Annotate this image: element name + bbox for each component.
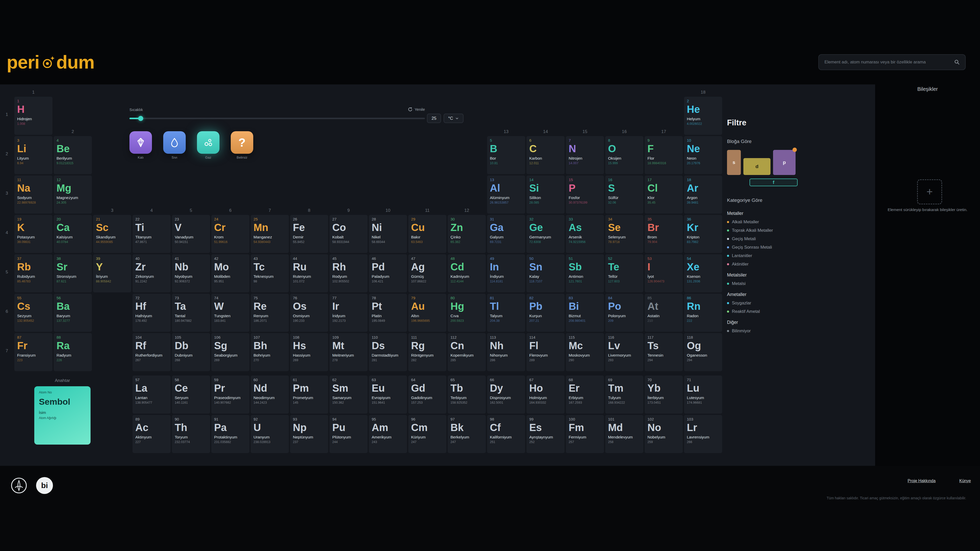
element-Sn[interactable]: 50SnKalay118.7107 (527, 254, 565, 292)
element-Bh[interactable]: 107BhBohriyum270 (251, 333, 289, 371)
element-Au[interactable]: 79AuAltın196.9665695 (408, 294, 446, 332)
element-Pu[interactable]: 94PuPlütonyum244 (329, 415, 368, 453)
element-La[interactable]: 57LaLantan138.905477 (132, 376, 170, 414)
element-Mt[interactable]: 109MtMeitneriyum278 (329, 333, 368, 371)
evrim-agaci-logo[interactable] (11, 477, 27, 494)
element-Pa[interactable]: 91PaProtaktinyum231.035882 (211, 415, 250, 453)
element-Db[interactable]: 105DbDubniyum268 (172, 333, 210, 371)
element-Re[interactable]: 75ReRenyum186.2071 (251, 294, 289, 332)
element-Hg[interactable]: 80HgCıva200.5923 (448, 294, 486, 332)
element-Cl[interactable]: 17ClKlor35.45 (644, 175, 683, 213)
element-Es[interactable]: 99EsAynştaynyum252 (527, 415, 565, 453)
element-Zr[interactable]: 40ZrZirkonyum91.2242 (132, 254, 170, 292)
element-Rh[interactable]: 45RhRodyum102.905502 (329, 254, 368, 292)
element-Mc[interactable]: 115McMoskovyum290 (566, 333, 604, 371)
element-Kr[interactable]: 36KrKripton83.7982 (684, 215, 722, 253)
category-filter[interactable]: Alkali Metaller (727, 218, 840, 226)
element-Ts[interactable]: 117TsTennesin294 (644, 333, 683, 371)
element-Pt[interactable]: 78PtPlatin195.0849 (369, 294, 407, 332)
element-Ca[interactable]: 20CaKalsiyum40.0784 (54, 215, 92, 253)
category-filter[interactable]: Reaktif Ametal (727, 307, 840, 316)
element-At[interactable]: 85AtAstatin210 (644, 294, 683, 332)
bi-logo[interactable]: bi (36, 477, 53, 494)
element-Ds[interactable]: 110DsDarmstadtiyum281 (369, 333, 407, 371)
element-Lu[interactable]: 71LuLutesyum174.96681 (684, 376, 722, 414)
element-Mo[interactable]: 42MoMolibden95.951 (211, 254, 250, 292)
element-F[interactable]: 9FFlor18.99840316 (644, 136, 683, 174)
category-filter[interactable]: Geçiş Metali (727, 234, 840, 243)
link-imprint[interactable]: Künye (959, 479, 971, 483)
element-Ac[interactable]: 89AcAktinyum227 (132, 415, 170, 453)
element-Cs[interactable]: 55CsSezyum132.905452 (14, 294, 52, 332)
element-Ga[interactable]: 31GaGalyum69.7231 (487, 215, 525, 253)
element-Y[interactable]: 39Yİtriyum88.905842 (93, 254, 131, 292)
element-Tm[interactable]: 69TmTulyum168.934222 (605, 376, 643, 414)
element-Tl[interactable]: 81TlTalyum204.38 (487, 294, 525, 332)
element-Hf[interactable]: 72HfHafniyum178.492 (132, 294, 170, 332)
element-Lr[interactable]: 103LrLavrensiyum266 (684, 415, 722, 453)
element-Sm[interactable]: 62SmSamaryum150.362 (329, 376, 368, 414)
category-filter[interactable]: Metalsi (727, 279, 840, 288)
element-Cu[interactable]: 29CuBakır63.5463 (408, 215, 446, 253)
element-Md[interactable]: 101MdMendelevyum258 (605, 415, 643, 453)
element-No[interactable]: 102NoNobelyum259 (644, 415, 683, 453)
element-Ti[interactable]: 22TiTitanyum47.8671 (132, 215, 170, 253)
element-Cn[interactable]: 112CnKopernikyum285 (448, 333, 486, 371)
element-N[interactable]: 7NNitrojen14.007 (566, 136, 604, 174)
element-Al[interactable]: 13AlAlüminyum26.98153857 (487, 175, 525, 213)
element-Li[interactable]: 3LiLityum6.94 (14, 136, 52, 174)
element-Be[interactable]: 4BeBerilyum9.01218315 (54, 136, 92, 174)
element-Xe[interactable]: 54XeKsenon131.2936 (684, 254, 722, 292)
search-icon[interactable] (954, 59, 960, 65)
block-s[interactable]: s (727, 150, 741, 175)
block-p[interactable]: p (773, 150, 795, 175)
search-bar[interactable] (818, 54, 966, 70)
element-Er[interactable]: 68ErErbiyum167.2593 (566, 376, 604, 414)
element-Ho[interactable]: 67HoHolmiyum164.930332 (527, 376, 565, 414)
element-Ra[interactable]: 88RaRadyum226 (54, 333, 92, 371)
element-Os[interactable]: 76OsOsmiyum190.233 (290, 294, 328, 332)
element-Sg[interactable]: 106SgSeaborgiyum269 (211, 333, 250, 371)
element-Se[interactable]: 34SeSelenyum78.9718 (605, 215, 643, 253)
element-Fl[interactable]: 114FlFlerovyum289 (527, 333, 565, 371)
element-Ni[interactable]: 28NiNikel58.69344 (369, 215, 407, 253)
element-S[interactable]: 16SSülfür32.06 (605, 175, 643, 213)
element-Ta[interactable]: 73TaTantal180.947882 (172, 294, 210, 332)
element-Bk[interactable]: 97BkBerkelyum247 (448, 415, 486, 453)
category-filter[interactable]: Lantanitler (727, 252, 840, 260)
element-Gd[interactable]: 64GdGadolinyum157.253 (408, 376, 446, 414)
element-Ag[interactable]: 47AgGümüş107.86822 (408, 254, 446, 292)
element-Cm[interactable]: 96CmKüriyum247 (408, 415, 446, 453)
element-Rn[interactable]: 86RnRadon222 (684, 294, 722, 332)
category-filter[interactable]: Soygazlar (727, 299, 840, 307)
element-Fm[interactable]: 100FmFermiyum257 (566, 415, 604, 453)
element-Hs[interactable]: 108HsHassiyum269 (290, 333, 328, 371)
element-Bi[interactable]: 83BiBizmut208.980401 (566, 294, 604, 332)
element-Zn[interactable]: 30ZnÇinko65.382 (448, 215, 486, 253)
element-Og[interactable]: 118OgOganesson294 (684, 333, 722, 371)
element-Na[interactable]: 11NaSodyum22.98976928 (14, 175, 52, 213)
element-Co[interactable]: 27CoKobalt58.9331944 (329, 215, 368, 253)
element-Am[interactable]: 95AmAmerikyum243 (369, 415, 407, 453)
category-filter[interactable]: Toprak Alkali Metaller (727, 226, 840, 234)
element-Th[interactable]: 90ThToryum232.03774 (172, 415, 210, 453)
element-O[interactable]: 8OOksijen15.999 (605, 136, 643, 174)
block-f[interactable]: f (749, 178, 798, 186)
element-Sc[interactable]: 21ScSkandiyum44.9559085 (93, 215, 131, 253)
element-Ru[interactable]: 44RuRutenyum101.072 (290, 254, 328, 292)
element-Yb[interactable]: 70Ybİterbiyum173.0451 (644, 376, 683, 414)
element-Cf[interactable]: 98CfKaliforniyum251 (487, 415, 525, 453)
element-Fr[interactable]: 87FrFransiyum223 (14, 333, 52, 371)
element-Dy[interactable]: 66DyDisprosyum162.5001 (487, 376, 525, 414)
app-logo[interactable]: peri dum (6, 52, 94, 73)
element-V[interactable]: 23VVanadyum50.94151 (172, 215, 210, 253)
element-Pb[interactable]: 82PbKurşun207.21 (527, 294, 565, 332)
element-P[interactable]: 15PFosfor30.97376199 (566, 175, 604, 213)
element-In[interactable]: 49Inİndiyum114.8181 (487, 254, 525, 292)
element-W[interactable]: 74WTungsten183.841 (211, 294, 250, 332)
element-Ir[interactable]: 77Irİridyum192.2173 (329, 294, 368, 332)
element-Ar[interactable]: 18ArArgon39.9481 (684, 175, 722, 213)
compound-dropzone[interactable]: + (917, 179, 942, 204)
element-Eu[interactable]: 63EuEvropiyum151.9641 (369, 376, 407, 414)
element-Br[interactable]: 35BrBrom79.904 (644, 215, 683, 253)
